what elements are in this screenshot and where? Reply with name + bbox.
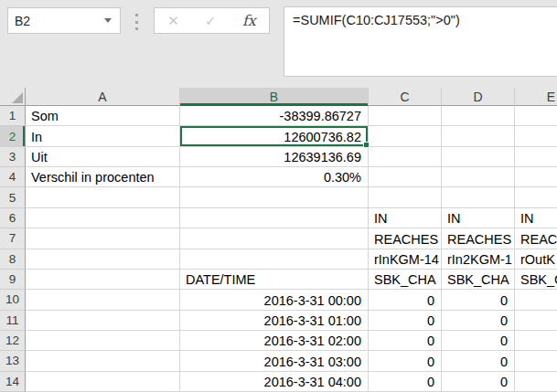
column-header-C[interactable]: C xyxy=(369,88,442,106)
cell-C2[interactable] xyxy=(369,126,442,146)
cell-B9[interactable]: DATE/TIME xyxy=(180,270,369,290)
cell-B6[interactable] xyxy=(180,208,369,228)
cell-A11[interactable] xyxy=(26,311,180,331)
cell-B7[interactable] xyxy=(180,228,369,249)
cell-C3[interactable] xyxy=(369,147,442,167)
cell-E5[interactable] xyxy=(515,187,557,207)
column-header-D[interactable]: D xyxy=(442,88,515,106)
row-header-5[interactable]: 5 xyxy=(0,187,26,207)
row-header-13[interactable]: 13 xyxy=(0,351,26,371)
cell-E9[interactable]: SBK_C xyxy=(515,270,557,290)
cell-E12[interactable] xyxy=(515,331,557,351)
cell-A13[interactable] xyxy=(26,351,180,371)
cell-D8[interactable]: rIn2KGM-1 xyxy=(442,249,515,270)
select-all-corner[interactable] xyxy=(0,88,26,106)
cell-E1[interactable] xyxy=(515,106,557,126)
cell-B1[interactable]: -38399.86727 xyxy=(180,106,369,126)
cell-D10[interactable]: 0 xyxy=(442,290,515,310)
cell-A14[interactable] xyxy=(26,372,180,392)
cell-E11[interactable] xyxy=(515,311,557,331)
grid-row-12: 122016-3-31 02:0000 xyxy=(0,331,557,351)
cell-D14[interactable]: 0 xyxy=(442,372,515,392)
column-header-E[interactable]: E xyxy=(515,88,557,106)
cell-D13[interactable]: 0 xyxy=(442,351,515,371)
cell-E13[interactable] xyxy=(515,351,557,371)
cell-B5[interactable] xyxy=(180,187,369,207)
cell-C7[interactable]: REACHES xyxy=(369,228,442,249)
enter-icon[interactable]: ✓ xyxy=(205,14,217,27)
column-header-B[interactable]: B xyxy=(180,88,369,106)
cell-B12[interactable]: 2016-3-31 02:00 xyxy=(180,331,369,351)
row-header-6[interactable]: 6 xyxy=(0,208,26,228)
formula-bar-buttons: ✕ ✓ fx xyxy=(154,7,270,34)
cell-D2[interactable] xyxy=(442,126,515,146)
row-header-14[interactable]: 14 xyxy=(0,372,26,392)
cell-A9[interactable] xyxy=(26,270,180,290)
cell-D5[interactable] xyxy=(442,187,515,207)
cell-A7[interactable] xyxy=(26,228,180,249)
name-box-dropdown-icon[interactable] xyxy=(104,18,112,23)
row-header-12[interactable]: 12 xyxy=(0,331,26,351)
cell-E2[interactable] xyxy=(515,126,557,146)
cell-A4[interactable]: Verschil in procenten xyxy=(26,167,180,187)
cell-B11[interactable]: 2016-3-31 01:00 xyxy=(180,311,369,331)
row-header-11[interactable]: 11 xyxy=(0,311,26,331)
cell-A12[interactable] xyxy=(26,331,180,351)
row-header-4[interactable]: 4 xyxy=(0,167,26,187)
cell-D11[interactable]: 0 xyxy=(442,311,515,331)
cell-C5[interactable] xyxy=(369,187,442,207)
cell-D9[interactable]: SBK_CHA xyxy=(442,270,515,290)
cell-C4[interactable] xyxy=(369,167,442,187)
formula-input[interactable]: =SUMIF(C10:CJ17553;">0") xyxy=(284,6,557,77)
formula-bar-resize-handle[interactable] xyxy=(134,14,138,30)
cancel-icon[interactable]: ✕ xyxy=(167,14,179,27)
cell-D3[interactable] xyxy=(442,147,515,167)
row-header-9[interactable]: 9 xyxy=(0,270,26,290)
cell-D6[interactable]: IN xyxy=(442,208,515,228)
cell-D7[interactable]: REACHES xyxy=(442,228,515,249)
cell-E4[interactable] xyxy=(515,167,557,187)
cell-D12[interactable]: 0 xyxy=(442,331,515,351)
row-header-7[interactable]: 7 xyxy=(0,228,26,249)
cell-E7[interactable]: REACH xyxy=(515,228,557,249)
cell-A2[interactable]: In xyxy=(26,126,180,146)
cell-C14[interactable]: 0 xyxy=(369,372,442,392)
cell-B4[interactable]: 0.30% xyxy=(180,167,369,187)
cell-B8[interactable] xyxy=(180,249,369,270)
cell-C8[interactable]: rInKGM-14 xyxy=(369,249,442,270)
insert-function-icon[interactable]: fx xyxy=(242,14,256,28)
grid-row-8: 8rInKGM-14rIn2KGM-1rOutK xyxy=(0,249,557,270)
cell-C1[interactable] xyxy=(369,106,442,126)
cell-E10[interactable] xyxy=(515,290,557,310)
cell-C12[interactable]: 0 xyxy=(369,331,442,351)
row-header-10[interactable]: 10 xyxy=(0,290,26,310)
cell-B3[interactable]: 12639136.69 xyxy=(180,147,369,167)
cell-C6[interactable]: IN xyxy=(369,208,442,228)
cell-C10[interactable]: 0 xyxy=(369,290,442,310)
row-header-3[interactable]: 3 xyxy=(0,147,26,167)
row-header-1[interactable]: 1 xyxy=(0,106,26,126)
cell-E8[interactable]: rOutK xyxy=(515,249,557,270)
cell-A6[interactable] xyxy=(26,208,180,228)
cell-D1[interactable] xyxy=(442,106,515,126)
cell-A8[interactable] xyxy=(26,249,180,270)
cell-A1[interactable]: Som xyxy=(26,106,180,126)
cell-A10[interactable] xyxy=(26,290,180,310)
cell-A3[interactable]: Uit xyxy=(26,147,180,167)
cell-D4[interactable] xyxy=(442,167,515,187)
cell-E14[interactable] xyxy=(515,372,557,392)
cell-B10[interactable]: 2016-3-31 00:00 xyxy=(180,290,369,310)
column-header-A[interactable]: A xyxy=(26,88,180,106)
cell-C9[interactable]: SBK_CHA xyxy=(369,270,442,290)
cell-C11[interactable]: 0 xyxy=(369,311,442,331)
row-header-8[interactable]: 8 xyxy=(0,249,26,270)
cell-E6[interactable]: IN xyxy=(515,208,557,228)
cell-C13[interactable]: 0 xyxy=(369,351,442,371)
cell-B14[interactable]: 2016-3-31 04:00 xyxy=(180,372,369,392)
cell-B13[interactable]: 2016-3-31 03:00 xyxy=(180,351,369,371)
name-box[interactable]: B2 xyxy=(7,7,121,34)
cell-A5[interactable] xyxy=(26,187,180,207)
cell-E3[interactable] xyxy=(515,147,557,167)
row-header-2[interactable]: 2 xyxy=(0,126,26,146)
cell-B2[interactable]: 12600736.82 xyxy=(180,126,369,146)
